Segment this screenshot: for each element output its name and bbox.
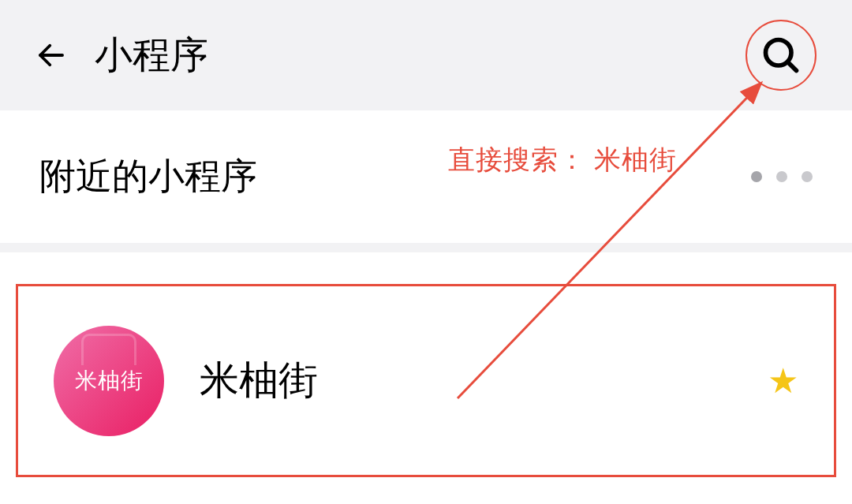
page-title: 小程序 (95, 30, 208, 80)
app-icon: 米柚街 (54, 326, 164, 436)
app-icon-text: 米柚街 (75, 366, 144, 396)
nearby-label: 附近的小程序 (39, 152, 257, 201)
back-button[interactable] (32, 35, 71, 75)
annotation-label: 直接搜索： 米柚街 (448, 142, 677, 178)
star-icon[interactable]: ★ (768, 360, 798, 401)
more-icon[interactable] (751, 171, 813, 182)
app-name: 米柚街 (200, 354, 318, 407)
bag-icon (81, 334, 136, 365)
search-icon (760, 35, 802, 76)
svg-line-2 (788, 62, 797, 71)
back-arrow-icon (35, 39, 68, 72)
nearby-miniprogram-row[interactable]: 附近的小程序 (0, 110, 852, 252)
header-bar: 小程序 (0, 0, 852, 110)
highlighted-app-item[interactable]: 米柚街 米柚街 ★ (16, 284, 836, 477)
search-button[interactable] (746, 20, 816, 91)
